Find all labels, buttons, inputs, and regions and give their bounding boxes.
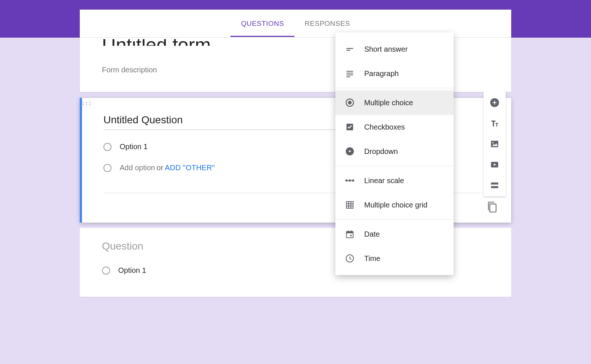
menu-label: Linear scale <box>364 176 404 185</box>
menu-label: Date <box>364 230 380 238</box>
menu-item-linear-scale[interactable]: Linear scale <box>335 168 454 193</box>
section-icon <box>490 181 499 190</box>
plus-circle-icon <box>490 98 499 107</box>
svg-rect-28 <box>348 230 349 232</box>
menu-item-paragraph[interactable]: Paragraph <box>335 61 454 86</box>
svg-rect-38 <box>491 182 498 184</box>
svg-rect-27 <box>346 231 353 233</box>
menu-label: Multiple choice grid <box>364 201 427 209</box>
svg-point-5 <box>89 104 90 105</box>
svg-rect-7 <box>346 48 353 49</box>
menu-label: Dropdown <box>364 147 398 156</box>
menu-divider <box>335 88 454 88</box>
svg-rect-9 <box>346 71 353 72</box>
question-type-menu: Short answer Paragraph Multiple choice C… <box>335 32 454 275</box>
menu-item-date[interactable]: Date <box>335 222 454 246</box>
paragraph-icon <box>345 69 355 78</box>
svg-rect-39 <box>491 186 498 188</box>
svg-point-14 <box>348 101 352 104</box>
radio-icon <box>103 164 112 172</box>
svg-point-2 <box>89 102 90 103</box>
question-title-input[interactable] <box>103 112 369 130</box>
menu-divider <box>335 166 454 166</box>
side-toolbar <box>484 92 506 196</box>
svg-point-35 <box>492 142 493 143</box>
svg-point-4 <box>86 104 87 105</box>
svg-point-19 <box>349 179 351 182</box>
add-question-button[interactable] <box>489 97 500 108</box>
svg-point-20 <box>352 179 354 182</box>
image-icon <box>490 139 499 149</box>
checkbox-icon <box>345 122 355 132</box>
calendar-icon <box>345 229 355 239</box>
option-1-text: Option 1 <box>118 266 146 275</box>
svg-rect-8 <box>346 50 350 51</box>
text-icon <box>490 119 499 128</box>
svg-rect-10 <box>346 73 353 73</box>
svg-rect-6 <box>490 204 496 212</box>
short-answer-icon <box>345 44 355 54</box>
menu-label: Multiple choice <box>364 99 413 107</box>
svg-point-18 <box>345 179 348 182</box>
svg-point-1 <box>86 102 87 103</box>
copy-icon <box>486 201 498 213</box>
add-video-button[interactable] <box>489 159 500 170</box>
menu-item-dropdown[interactable]: Dropdown <box>335 139 454 164</box>
menu-label: Paragraph <box>364 69 399 78</box>
svg-point-3 <box>82 104 83 105</box>
add-title-button[interactable] <box>489 118 500 128</box>
svg-rect-21 <box>346 202 353 208</box>
add-section-button[interactable] <box>489 180 500 190</box>
menu-item-time[interactable]: Time <box>335 246 454 271</box>
svg-rect-11 <box>346 75 353 75</box>
svg-point-0 <box>82 102 83 103</box>
svg-rect-33 <box>491 141 498 147</box>
dropdown-icon <box>345 147 355 156</box>
menu-label: Time <box>364 254 380 263</box>
radio-icon <box>103 143 112 151</box>
menu-item-short-answer[interactable]: Short answer <box>335 37 454 61</box>
add-option-placeholder[interactable]: Add option <box>120 164 155 172</box>
tab-questions[interactable]: QUESTIONS <box>239 11 285 37</box>
menu-item-mc-grid[interactable]: Multiple choice grid <box>335 193 454 217</box>
radio-icon <box>102 267 110 275</box>
menu-label: Checkboxes <box>364 123 405 131</box>
linear-scale-icon <box>345 176 355 185</box>
svg-rect-30 <box>350 235 352 236</box>
svg-rect-12 <box>346 76 350 77</box>
grid-icon <box>345 200 355 210</box>
option-1-text[interactable]: Option 1 <box>120 142 148 151</box>
duplicate-button[interactable] <box>484 199 500 215</box>
menu-item-multiple-choice[interactable]: Multiple choice <box>335 90 454 115</box>
or-label-text: or <box>157 164 163 172</box>
menu-divider <box>335 219 454 220</box>
menu-label: Short answer <box>364 45 408 54</box>
menu-item-checkboxes[interactable]: Checkboxes <box>335 115 454 139</box>
add-image-button[interactable] <box>489 139 500 149</box>
clock-icon <box>345 254 355 263</box>
add-other-button[interactable]: ADD "OTHER" <box>165 164 215 172</box>
svg-rect-29 <box>351 230 352 232</box>
radio-selected-icon <box>345 98 355 107</box>
video-icon <box>490 160 499 169</box>
